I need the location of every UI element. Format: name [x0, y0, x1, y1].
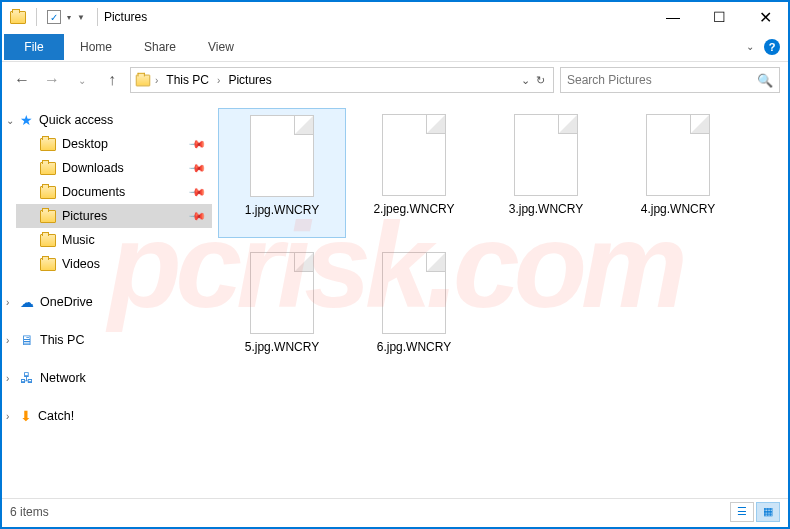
chevron-right-icon[interactable]: › — [6, 411, 9, 422]
close-button[interactable]: ✕ — [742, 2, 788, 32]
cloud-icon: ☁ — [20, 294, 34, 310]
file-name: 6.jpg.WNCRY — [373, 340, 455, 354]
sidebar-item-pictures[interactable]: Pictures📌 — [16, 204, 212, 228]
file-item[interactable]: 4.jpg.WNCRY — [614, 108, 742, 238]
file-name: 2.jpeg.WNCRY — [369, 202, 458, 216]
chevron-right-icon: › — [217, 75, 220, 86]
file-item[interactable]: 5.jpg.WNCRY — [218, 246, 346, 376]
qat-dropdown[interactable]: ▾ — [67, 13, 71, 22]
folder-icon — [40, 186, 56, 199]
file-item[interactable]: 2.jpeg.WNCRY — [350, 108, 478, 238]
sidebar-item-label: Catch! — [38, 409, 74, 423]
file-item[interactable]: 1.jpg.WNCRY — [218, 108, 346, 238]
network-icon: 🖧 — [20, 370, 34, 386]
window-title: Pictures — [97, 8, 650, 26]
expand-ribbon-icon[interactable]: ⌄ — [746, 41, 754, 52]
sidebar-this-pc[interactable]: › 🖥 This PC — [16, 328, 212, 352]
file-item[interactable]: 6.jpg.WNCRY — [350, 246, 478, 376]
folder-icon — [40, 258, 56, 271]
chevron-right-icon[interactable]: › — [6, 335, 9, 346]
file-icon — [250, 115, 314, 197]
chevron-right-icon: › — [155, 75, 158, 86]
file-icon — [514, 114, 578, 196]
back-button[interactable]: ← — [10, 68, 34, 92]
content-area: ⌄ ★ Quick access Desktop📌Downloads📌Docum… — [2, 98, 788, 498]
sidebar-item-label: Downloads — [62, 161, 124, 175]
navigation-bar: ← → ⌄ ↑ › This PC › Pictures ⌄ ↻ Search … — [2, 62, 788, 98]
sidebar-item-label: This PC — [40, 333, 84, 347]
sidebar-item-downloads[interactable]: Downloads📌 — [16, 156, 212, 180]
sidebar-item-label: OneDrive — [40, 295, 93, 309]
breadcrumb[interactable]: Pictures — [224, 73, 275, 87]
ribbon: File Home Share View ⌄ ? — [2, 32, 788, 62]
sidebar-network[interactable]: › 🖧 Network — [16, 366, 212, 390]
sidebar-item-desktop[interactable]: Desktop📌 — [16, 132, 212, 156]
sidebar-catch[interactable]: › ⬇ Catch! — [16, 404, 212, 428]
refresh-icon[interactable]: ↻ — [536, 74, 545, 87]
status-bar: 6 items ☰ ▦ — [2, 498, 788, 524]
tab-home[interactable]: Home — [64, 32, 128, 61]
folder-icon[interactable] — [10, 11, 26, 24]
sidebar-quick-access[interactable]: ⌄ ★ Quick access — [16, 108, 212, 132]
search-icon[interactable]: 🔍 — [757, 73, 773, 88]
properties-button[interactable]: ✓ — [47, 10, 61, 24]
folder-icon — [40, 162, 56, 175]
file-name: 5.jpg.WNCRY — [241, 340, 323, 354]
tab-share[interactable]: Share — [128, 32, 192, 61]
pin-icon: 📌 — [187, 182, 206, 201]
details-view-button[interactable]: ☰ — [730, 502, 754, 522]
sidebar-onedrive[interactable]: › ☁ OneDrive — [16, 290, 212, 314]
forward-button[interactable]: → — [40, 68, 64, 92]
chevron-down-icon[interactable]: ⌄ — [6, 115, 14, 126]
file-list[interactable]: 1.jpg.WNCRY2.jpeg.WNCRY3.jpg.WNCRY4.jpg.… — [212, 98, 788, 498]
pin-icon: 📌 — [187, 206, 206, 225]
sidebar-item-label: Desktop — [62, 137, 108, 151]
file-tab[interactable]: File — [4, 34, 64, 60]
sidebar-item-label: Documents — [62, 185, 125, 199]
pin-icon: 📌 — [187, 134, 206, 153]
navigation-pane[interactable]: ⌄ ★ Quick access Desktop📌Downloads📌Docum… — [2, 98, 212, 498]
folder-icon — [136, 74, 150, 86]
address-bar[interactable]: › This PC › Pictures ⌄ ↻ — [130, 67, 554, 93]
sidebar-item-label: Network — [40, 371, 86, 385]
file-icon — [382, 252, 446, 334]
maximize-button[interactable]: ☐ — [696, 2, 742, 32]
sidebar-item-documents[interactable]: Documents📌 — [16, 180, 212, 204]
recent-locations[interactable]: ⌄ — [70, 68, 94, 92]
up-button[interactable]: ↑ — [100, 68, 124, 92]
icons-view-button[interactable]: ▦ — [756, 502, 780, 522]
chevron-right-icon[interactable]: › — [6, 373, 9, 384]
sidebar-item-label: Music — [62, 233, 95, 247]
sidebar-item-label: Pictures — [62, 209, 107, 223]
file-name: 4.jpg.WNCRY — [637, 202, 719, 216]
sidebar-item-label: Videos — [62, 257, 100, 271]
sidebar-item-music[interactable]: Music — [16, 228, 212, 252]
help-icon[interactable]: ? — [764, 39, 780, 55]
star-icon: ★ — [20, 112, 33, 128]
chevron-right-icon[interactable]: › — [6, 297, 9, 308]
quick-access-toolbar: ✓ ▾ ▼ — [10, 8, 85, 26]
file-item[interactable]: 3.jpg.WNCRY — [482, 108, 610, 238]
breadcrumb[interactable]: This PC — [162, 73, 213, 87]
file-icon — [382, 114, 446, 196]
folder-icon — [40, 234, 56, 247]
pc-icon: 🖥 — [20, 332, 34, 348]
titlebar: ✓ ▾ ▼ Pictures — ☐ ✕ — [2, 2, 788, 32]
minimize-button[interactable]: — — [650, 2, 696, 32]
item-count: 6 items — [10, 505, 49, 519]
sidebar-item-label: Quick access — [39, 113, 113, 127]
tab-view[interactable]: View — [192, 32, 250, 61]
folder-icon — [40, 138, 56, 151]
file-icon — [646, 114, 710, 196]
catch-icon: ⬇ — [20, 408, 32, 424]
folder-icon — [40, 210, 56, 223]
search-input[interactable]: Search Pictures 🔍 — [560, 67, 780, 93]
qat-customize[interactable]: ▼ — [77, 13, 85, 22]
search-placeholder: Search Pictures — [567, 73, 652, 87]
history-dropdown-icon[interactable]: ⌄ — [521, 74, 530, 87]
separator — [36, 8, 37, 26]
pin-icon: 📌 — [187, 158, 206, 177]
file-icon — [250, 252, 314, 334]
sidebar-item-videos[interactable]: Videos — [16, 252, 212, 276]
file-name: 3.jpg.WNCRY — [505, 202, 587, 216]
